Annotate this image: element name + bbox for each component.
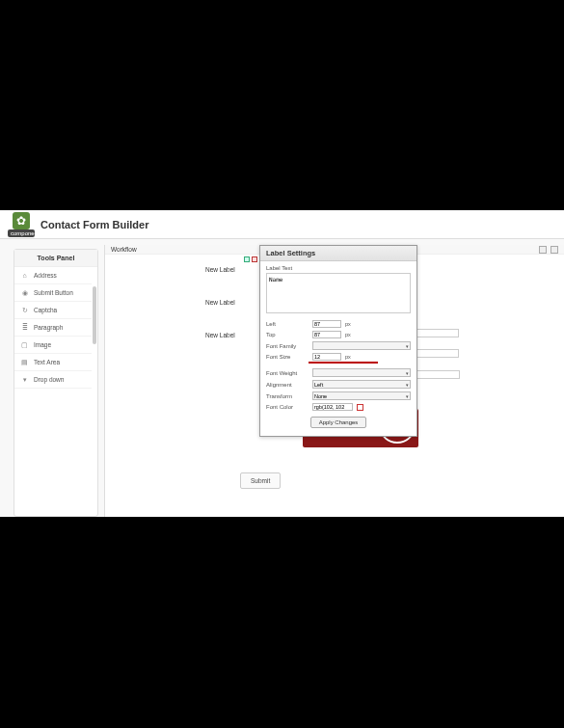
tool-label: Captcha	[34, 307, 57, 313]
font-size-slider[interactable]	[309, 362, 378, 364]
app-logo-icon: ✿	[13, 212, 30, 229]
field-left: Left px	[266, 320, 411, 328]
field-font-color: Font Color	[266, 403, 411, 411]
textarea-icon: ▤	[20, 358, 29, 366]
left-unit: px	[345, 321, 351, 327]
top-input[interactable]	[312, 331, 341, 338]
transform-label: Transform	[266, 393, 309, 399]
font-family-label: Font Family	[266, 343, 309, 349]
font-family-select[interactable]	[312, 341, 411, 350]
tool-label: Submit Button	[34, 289, 73, 296]
submit-button[interactable]: Submit	[240, 472, 281, 489]
color-swatch-icon[interactable]	[357, 404, 363, 411]
top-unit: px	[345, 332, 351, 337]
font-size-unit: px	[345, 354, 351, 360]
address-icon: ⌂	[20, 271, 29, 280]
tool-label: Image	[34, 341, 51, 348]
field-top: Top px	[266, 331, 411, 338]
logo-sublabel: component	[8, 229, 35, 237]
canvas-label-2[interactable]: New Label	[205, 299, 235, 306]
font-color-input[interactable]	[312, 403, 353, 411]
tool-label: Text Area	[34, 359, 60, 365]
tool-captcha[interactable]: ↻ Captcha	[14, 302, 92, 319]
font-weight-select[interactable]	[312, 368, 411, 377]
canvas-label-1[interactable]: New Label	[205, 266, 235, 273]
modal-title: Label Settings	[260, 246, 416, 261]
button-icon: ◉	[20, 288, 29, 297]
left-input[interactable]	[312, 320, 341, 328]
tool-label: Address	[34, 272, 57, 279]
label-text-caption: Label Text	[266, 265, 411, 271]
canvas-area: Workflow New Label New Label New Label o…	[104, 245, 564, 517]
dropdown-icon: ▾	[20, 375, 29, 384]
field-alignment: Alignment Left	[266, 380, 411, 389]
canvas-input-3[interactable]	[412, 370, 460, 379]
paragraph-icon: ≣	[20, 323, 29, 332]
label-settings-modal: Label Settings Label Text Left px Top px	[259, 245, 417, 437]
modal-body: Label Text Left px Top px Font Family	[260, 261, 416, 436]
tool-image[interactable]: ▢ Image	[14, 337, 92, 354]
tool-address[interactable]: ⌂ Address	[14, 267, 92, 284]
font-color-label: Font Color	[266, 404, 309, 410]
tool-label: Drop down	[34, 376, 64, 383]
label-text-input[interactable]	[266, 273, 411, 313]
body-row: Tools Panel ⌂ Address ◉ Submit Button ↻ …	[0, 239, 564, 517]
tools-scroll: ⌂ Address ◉ Submit Button ↻ Captcha ≣ Pa…	[14, 267, 97, 418]
field-font-size: Font Size px	[266, 353, 411, 361]
top-label: Top	[266, 332, 309, 337]
workflow-title: Workflow	[111, 246, 137, 253]
transform-select[interactable]: None	[312, 391, 411, 400]
tools-panel: Tools Panel ⌂ Address ◉ Submit Button ↻ …	[13, 249, 98, 517]
add-icon[interactable]	[244, 256, 250, 262]
app-header: ✿ component Contact Form Builder	[0, 210, 564, 239]
workflow-actions	[539, 246, 558, 254]
app-title: Contact Form Builder	[40, 219, 148, 230]
tool-dropdown[interactable]: ▾ Drop down	[14, 371, 92, 389]
apply-changes-button[interactable]: Apply Changes	[310, 417, 367, 428]
tool-label: Paragraph	[34, 324, 63, 331]
field-font-weight: Font Weight	[266, 368, 411, 377]
image-icon: ▢	[20, 340, 29, 349]
tool-paragraph[interactable]: ≣ Paragraph	[14, 319, 92, 337]
canvas-label-3[interactable]: New Label	[205, 332, 235, 338]
captcha-icon: ↻	[20, 306, 29, 314]
font-size-label: Font Size	[266, 354, 309, 360]
app-window: ✿ component Contact Form Builder Tools P…	[0, 210, 564, 517]
edit-icon[interactable]	[252, 256, 257, 262]
tool-submit-button[interactable]: ◉ Submit Button	[14, 284, 92, 302]
font-size-input[interactable]	[312, 353, 341, 361]
field-font-family: Font Family	[266, 341, 411, 350]
save-icon[interactable]	[551, 246, 558, 254]
alignment-select[interactable]: Left	[312, 380, 411, 389]
left-label: Left	[266, 321, 309, 327]
scrollbar-thumb[interactable]	[93, 286, 96, 344]
tool-textarea[interactable]: ▤ Text Area	[14, 354, 92, 371]
preview-icon[interactable]	[539, 246, 547, 254]
alignment-label: Alignment	[266, 382, 309, 388]
font-weight-label: Font Weight	[266, 370, 309, 376]
field-transform: Transform None	[266, 391, 411, 400]
tools-panel-title: Tools Panel	[14, 250, 97, 267]
